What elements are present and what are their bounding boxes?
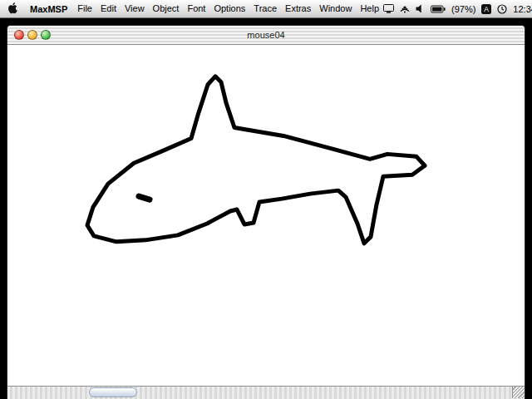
apple-icon: [7, 2, 18, 16]
battery-percent-label[interactable]: (97%): [451, 4, 475, 14]
menu-file[interactable]: File: [73, 0, 96, 17]
horizontal-scrollbar[interactable]: [7, 386, 525, 399]
input-menu-letter: A: [485, 5, 490, 13]
menu-object[interactable]: Object: [149, 0, 184, 17]
menu-options[interactable]: Options: [209, 0, 249, 17]
clock-label[interactable]: 12:34: [513, 4, 532, 14]
horizontal-scroll-thumb[interactable]: [89, 387, 137, 397]
menu-edit[interactable]: Edit: [96, 0, 121, 17]
menu-window[interactable]: Window: [315, 0, 356, 17]
minimize-button[interactable]: [27, 30, 37, 40]
clock-icon: [497, 4, 507, 14]
window-title: mouse04: [247, 30, 284, 40]
apple-menu[interactable]: [5, 2, 24, 16]
displays-icon[interactable]: [383, 4, 394, 13]
menu-help[interactable]: Help: [356, 0, 383, 17]
app-menu-maxmsp[interactable]: MaxMSP: [24, 4, 73, 14]
patcher-canvas[interactable]: [7, 45, 525, 386]
window-controls: [14, 30, 51, 40]
menu-extras-area: (97%) A 12:34: [383, 4, 532, 14]
volume-icon[interactable]: [416, 4, 425, 13]
menu-extras[interactable]: Extras: [281, 0, 315, 17]
menu-trace[interactable]: Trace: [249, 0, 281, 17]
airport-icon[interactable]: [400, 4, 410, 13]
patcher-window: mouse04: [7, 25, 525, 399]
window-resize-grip[interactable]: [512, 387, 525, 398]
dolphin-outline-stroke: [87, 76, 425, 244]
menu-view[interactable]: View: [121, 0, 149, 17]
zoom-button[interactable]: [41, 30, 51, 40]
desktop: { "menu_bar": { "app_name": "MaxMSP", "m…: [0, 0, 532, 399]
dolphin-sketch: [7, 45, 525, 386]
dolphin-eye-stroke: [139, 196, 150, 200]
battery-icon[interactable]: [431, 5, 446, 13]
input-menu-icon[interactable]: A: [481, 4, 491, 14]
menu-bar: MaxMSP File Edit View Object Font Option…: [0, 0, 532, 18]
menu-font[interactable]: Font: [183, 0, 209, 17]
close-button[interactable]: [14, 30, 24, 40]
window-titlebar[interactable]: mouse04: [7, 26, 525, 45]
